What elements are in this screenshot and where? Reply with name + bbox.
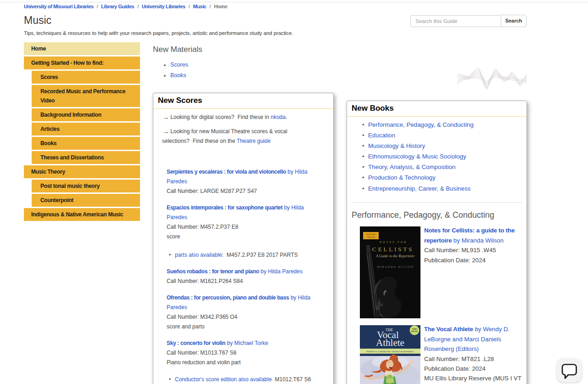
svg-text:NOTES FOR: NOTES FOR bbox=[366, 234, 375, 236]
svg-text:A Guide to the Repertoire: A Guide to the Repertoire bbox=[375, 254, 414, 258]
svg-text:EDITION: EDITION bbox=[411, 331, 418, 333]
svg-text:CELLISTS: CELLISTS bbox=[367, 237, 375, 238]
svg-text:NOTES FOR: NOTES FOR bbox=[380, 240, 408, 243]
svg-text:THIRD: THIRD bbox=[412, 328, 417, 330]
svg-text:CELLISTS: CELLISTS bbox=[372, 246, 414, 253]
svg-text:MIRANDA WILSON: MIRANDA WILSON bbox=[377, 265, 414, 268]
svg-text:Athlete: Athlete bbox=[376, 337, 404, 348]
svg-text:WENDY D. LEBORGNE • MARCI ROSE: WENDY D. LEBORGNE • MARCI ROSENBERG bbox=[366, 350, 414, 353]
